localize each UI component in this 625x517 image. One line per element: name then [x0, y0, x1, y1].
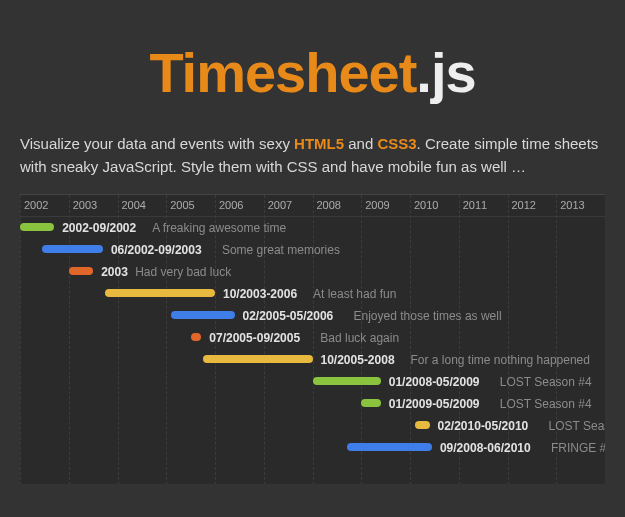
event-label: For a long time nothing happened [411, 349, 590, 371]
timesheet-row: 07/2005-09/2005Bad luck again [20, 327, 605, 349]
bubble-rows: 2002-09/2002A freaking awesome time06/20… [20, 217, 605, 459]
event-bar [361, 399, 381, 407]
event-date: 02/2005-05/2006 [243, 305, 334, 327]
timesheet-row: 02/2010-05/2010LOST Season #5 [20, 415, 605, 437]
event-label: At least had fun [313, 283, 396, 305]
tagline: Visualize your data and events with sexy… [20, 133, 605, 178]
timesheet-row: 01/2009-05/2009LOST Season #4 [20, 393, 605, 415]
event-date: 01/2009-05/2009 [389, 393, 480, 415]
event-label: Bad luck again [320, 327, 399, 349]
timesheet-row: 2002-09/2002A freaking awesome time [20, 217, 605, 239]
event-date: 02/2010-05/2010 [438, 415, 529, 437]
event-bar [171, 311, 234, 319]
timesheet-row: 02/2005-05/2006Enjoyed those times as we… [20, 305, 605, 327]
page-title: Timesheet.js [20, 40, 605, 105]
event-bar [20, 223, 54, 231]
event-bar [203, 355, 313, 363]
event-date: 2002-09/2002 [62, 217, 136, 239]
event-date: 10/2003-2006 [223, 283, 297, 305]
timesheet-row: 10/2005-2008For a long time nothing happ… [20, 349, 605, 371]
event-bar [42, 245, 103, 253]
event-bar [415, 421, 430, 429]
year-scale: 2002200320042005200620072008200920102011… [20, 195, 605, 217]
title-ext: .js [416, 41, 475, 104]
event-date: 01/2008-05/2009 [389, 371, 480, 393]
event-label: Some great memories [222, 239, 340, 261]
timesheet-row: 06/2002-09/2003Some great memories [20, 239, 605, 261]
title-brand: Timesheet [149, 41, 416, 104]
event-bar [69, 267, 93, 275]
event-bar [105, 289, 215, 297]
timesheet-row: 01/2008-05/2009LOST Season #4 [20, 371, 605, 393]
tagline-mid: and [344, 135, 377, 152]
timesheet-row: 09/2008-06/2010FRINGE #1 & #2 [20, 437, 605, 459]
tagline-hl1: HTML5 [294, 135, 344, 152]
timesheet-chart: 2002200320042005200620072008200920102011… [20, 194, 605, 484]
tagline-pre: Visualize your data and events with sexy [20, 135, 294, 152]
event-label: FRINGE #1 & #2 [551, 437, 605, 459]
event-bar [191, 333, 202, 341]
timesheet-row: 10/2003-2006At least had fun [20, 283, 605, 305]
event-date: 2003 [101, 261, 128, 283]
event-date: 06/2002-09/2003 [111, 239, 202, 261]
event-label: LOST Season #4 [500, 371, 592, 393]
event-label: Had very bad luck [135, 261, 231, 283]
event-bar [313, 377, 381, 385]
event-label: LOST Season #5 [549, 415, 606, 437]
timesheet-row: 2003Had very bad luck [20, 261, 605, 283]
event-label: Enjoyed those times as well [354, 305, 502, 327]
event-bar [347, 443, 432, 451]
event-date: 07/2005-09/2005 [209, 327, 300, 349]
event-label: A freaking awesome time [152, 217, 286, 239]
event-label: LOST Season #4 [500, 393, 592, 415]
event-date: 10/2005-2008 [321, 349, 395, 371]
event-date: 09/2008-06/2010 [440, 437, 531, 459]
tagline-hl2: CSS3 [377, 135, 416, 152]
